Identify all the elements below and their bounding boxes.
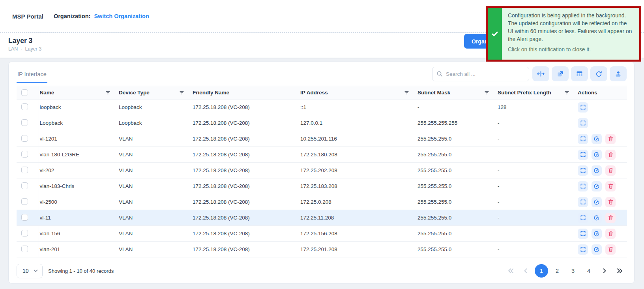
cell-subnet-prefix-length: - [497, 163, 577, 178]
open-new-window-button[interactable] [552, 66, 569, 81]
cell-subnet-mask: 255.255.255.0 [417, 131, 497, 147]
table-row[interactable]: vlan-201 VLAN 172.25.18.208 (VC-208) 172… [17, 242, 627, 257]
tab-ip-interface[interactable]: IP Interface [17, 71, 47, 83]
delete-row-button[interactable] [605, 134, 616, 144]
expand-row-button[interactable] [578, 244, 588, 255]
row-checkbox-cell [17, 115, 39, 131]
toast-dismiss-hint: Click on this notification to close it. [508, 46, 634, 54]
expand-row-button[interactable] [578, 165, 588, 176]
card-toolbar: IP Interface [9, 62, 634, 86]
row-checkbox[interactable] [21, 214, 28, 221]
column-header-ip_address: IP Address [300, 86, 417, 99]
table-row[interactable]: loopback Loopback 172.25.18.208 (VC-208)… [17, 99, 627, 115]
row-checkbox[interactable] [21, 135, 28, 142]
column-header-subnet_prefix_length: Subnet Prefix Length [497, 86, 577, 99]
cell-actions [577, 210, 627, 226]
table-row[interactable]: vl-2500 VLAN 172.25.18.208 (VC-208) 172.… [17, 194, 627, 210]
column-header-friendly_name: Friendly Name [192, 86, 300, 99]
expand-row-button[interactable] [578, 150, 588, 160]
row-checkbox[interactable] [21, 167, 28, 173]
column-header-name: Name [39, 86, 118, 99]
first-page-button[interactable] [505, 265, 517, 277]
organization-link[interactable]: Switch Organization [94, 13, 149, 19]
expand-row-button[interactable] [578, 213, 588, 223]
table-row[interactable]: vlan-183-Chris VLAN 172.25.18.208 (VC-20… [17, 178, 627, 194]
cell-name: Loopback [39, 115, 118, 131]
export-button[interactable] [610, 66, 627, 81]
edit-row-button[interactable] [592, 197, 602, 207]
delete-row-button[interactable] [605, 244, 616, 255]
expand-row-button[interactable] [578, 229, 588, 239]
row-checkbox[interactable] [21, 198, 28, 205]
row-checkbox[interactable] [21, 151, 28, 158]
previous-page-button[interactable] [520, 265, 532, 277]
delete-row-button[interactable] [605, 181, 616, 191]
columns-icon [576, 71, 583, 77]
expand-row-button[interactable] [578, 134, 588, 144]
edit-row-button[interactable] [592, 244, 602, 255]
filter-icon[interactable] [179, 90, 185, 96]
cell-device-type: Loopback [118, 99, 192, 115]
table-body: loopback Loopback 172.25.18.208 (VC-208)… [17, 99, 627, 257]
refresh-button[interactable] [590, 66, 607, 81]
page-size-select[interactable]: 10 [17, 264, 43, 278]
row-checkbox[interactable] [21, 103, 28, 110]
page-number-button[interactable]: 4 [582, 264, 595, 278]
row-checkbox[interactable] [21, 246, 28, 252]
column-header-actions: Actions [577, 86, 627, 99]
row-checkbox[interactable] [21, 119, 28, 126]
last-page-button[interactable] [614, 265, 625, 277]
expand-row-button[interactable] [578, 181, 588, 191]
cell-name: vl-11 [39, 210, 118, 226]
table-row[interactable]: vl-202 VLAN 172.25.18.208 (VC-208) 172.2… [17, 163, 627, 178]
page-number-button[interactable]: 1 [535, 264, 548, 278]
select-all-checkbox[interactable] [21, 89, 28, 96]
row-checkbox-cell [17, 131, 39, 147]
row-checkbox[interactable] [21, 182, 28, 189]
next-page-button[interactable] [599, 265, 610, 277]
table-row[interactable]: vlan-180-L2GRE VLAN 172.25.18.208 (VC-20… [17, 147, 627, 163]
delete-icon [608, 183, 614, 189]
portal-name: MSP Portal [12, 13, 43, 20]
expand-width-button[interactable] [532, 66, 549, 81]
edit-row-button[interactable] [592, 134, 602, 144]
row-checkbox[interactable] [21, 230, 28, 236]
edit-row-button[interactable] [592, 229, 602, 239]
filter-icon[interactable] [105, 90, 111, 96]
delete-row-button[interactable] [605, 165, 616, 176]
page-number-button[interactable]: 2 [550, 264, 564, 278]
edit-row-button[interactable] [592, 165, 602, 176]
toast-notification[interactable]: Configuration is being applied in the ba… [486, 6, 641, 62]
cell-ip-address: 172.25.183.208 [300, 178, 417, 194]
filter-icon[interactable] [484, 90, 490, 96]
expand-row-button[interactable] [578, 197, 588, 207]
table-row[interactable]: vlan-156 VLAN 172.25.18.208 (VC-208) 172… [17, 226, 627, 242]
search-input[interactable] [446, 71, 525, 77]
filter-icon[interactable] [564, 90, 570, 96]
table-row[interactable]: vl-11 VLAN 172.25.18.208 (VC-208) 172.25… [17, 210, 627, 226]
edit-row-button[interactable] [592, 213, 602, 223]
table-tools [532, 66, 627, 81]
cell-actions [577, 242, 627, 257]
cell-subnet-prefix-length: - [497, 147, 577, 163]
delete-row-button[interactable] [605, 150, 616, 160]
delete-row-button[interactable] [605, 197, 616, 207]
cell-subnet-prefix-length: - [497, 242, 577, 257]
expand-row-button[interactable] [578, 118, 588, 128]
search-box [432, 67, 529, 81]
cell-subnet-prefix-length: 128 [497, 99, 577, 115]
columns-button[interactable] [571, 66, 588, 81]
row-checkbox-cell [17, 99, 39, 115]
table-row[interactable]: vl-1201 VLAN 172.25.18.208 (VC-208) 10.2… [17, 131, 627, 147]
edit-row-button[interactable] [592, 181, 602, 191]
delete-row-button[interactable] [605, 213, 616, 223]
cell-ip-address: 172.25.0.208 [300, 194, 417, 210]
table-row[interactable]: Loopback Loopback 172.25.18.208 (VC-208)… [17, 115, 627, 131]
edit-row-button[interactable] [592, 150, 602, 160]
expand-row-button[interactable] [578, 102, 588, 113]
page-number-button[interactable]: 3 [566, 264, 580, 278]
filter-icon[interactable] [404, 90, 410, 96]
toast-body: Configuration is being applied in the ba… [502, 8, 639, 60]
delete-row-button[interactable] [605, 229, 616, 239]
cell-ip-address: 10.255.201.116 [300, 131, 417, 147]
